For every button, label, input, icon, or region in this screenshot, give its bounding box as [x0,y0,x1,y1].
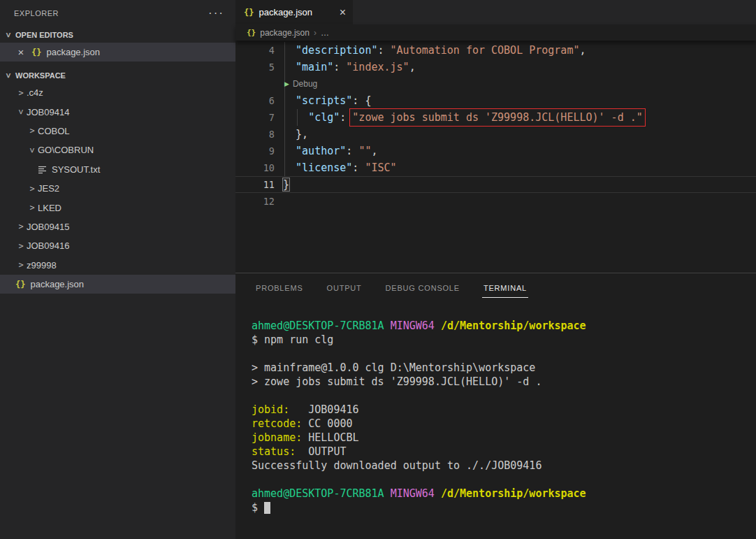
json-icon: {} [244,8,254,17]
terminal-line: status: OUTPUT [252,445,756,459]
tree-item-jes2[interactable]: >JES2 [0,179,235,198]
panel-tab-terminal[interactable]: TERMINAL [482,280,528,298]
code-line[interactable]: 12 [235,193,756,210]
panel-tab-output[interactable]: OUTPUT [326,280,363,298]
terminal-line: retcode: CC 0000 [252,417,756,431]
line-number: 11 [235,176,275,193]
json-icon: {} [31,48,41,57]
tree-item-z99998[interactable]: >z99998 [0,256,235,275]
tree-item-label: LKED [38,203,61,213]
tab-close-icon[interactable]: × [340,6,346,19]
code-token: : [352,161,365,174]
chevron-right-icon: > [15,222,27,231]
json-icon: {} [247,28,256,37]
open-editor-item-package-json[interactable]: × {} package.json [0,43,235,62]
terminal-text: /d/Mentorship/workspace [441,319,586,332]
code-line[interactable]: 10 "license": "ISC" [235,159,756,176]
close-icon[interactable]: × [15,46,27,58]
tree-item-job09416[interactable]: >JOB09416 [0,236,235,255]
more-actions-icon[interactable]: ··· [208,10,224,17]
sidebar-titlebar: EXPLORER ··· [0,0,235,27]
tree-item-lked[interactable]: >LKED [0,198,235,217]
terminal-line: $ npm run clg [252,333,756,347]
breadcrumb-file[interactable]: package.json [260,28,310,38]
tree-item-go-cobrun[interactable]: >GO\COBRUN [0,141,235,159]
code-line-content: }, [275,126,308,143]
open-editors-header[interactable]: > OPEN EDITORS [0,27,235,43]
file-icon [38,165,47,174]
terminal-text: $ [252,501,264,514]
chevron-down-icon: > [27,145,37,156]
debug-codelens[interactable]: ▶Debug [275,76,317,92]
chevron-right-icon: > [15,88,27,98]
chevron-right-icon: > [15,260,27,270]
code-line[interactable]: 7 "clg": "zowe jobs submit ds 'Z99998.JC… [235,109,756,126]
tree-item-sysout-txt[interactable]: SYSOUT.txt [0,160,235,179]
tree-item--c4z[interactable]: >.c4z [0,83,235,102]
code-token: : [333,61,346,73]
tree-item-label: COBOL [38,126,70,136]
workspace-header[interactable]: > WORKSPACE [0,67,235,83]
debug-codelens-line: ▶Debug [235,76,756,92]
terminal-text: ahmed@DESKTOP-7CRB81A [252,487,384,500]
code-token [283,44,296,57]
code-line-content: "main": "index.js", [275,59,416,76]
chevron-right-icon: > [27,184,38,194]
terminal-line [252,347,756,361]
editor-code[interactable]: 4 "description": "Automation for COBOL P… [235,41,756,273]
codelens-label: Debug [293,76,317,92]
terminal-text [384,487,391,500]
terminal-text: MINGW64 [391,319,435,332]
sidebar-title: EXPLORER [14,9,59,17]
tree-item-label: SYSOUT.txt [52,164,100,175]
open-editors-label: OPEN EDITORS [15,31,73,39]
terminal-text: MINGW64 [391,487,435,500]
breadcrumb-more[interactable]: … [321,28,329,38]
code-line[interactable]: 8 }, [235,126,756,143]
tree-item-label: JOB09416 [27,240,69,251]
terminal-text: HELLOCBL [302,431,358,444]
code-line[interactable]: 11} [235,176,756,193]
code-line[interactable]: 9 "author": "", [235,143,756,159]
terminal-text: ahmed@DESKTOP-7CRB81A [252,319,384,332]
code-token [283,161,296,174]
terminal-text [435,319,441,332]
code-line-content: "clg": "zowe jobs submit ds 'Z99998.JCL(… [275,109,643,126]
code-line-content: "scripts": { [275,92,371,109]
terminal-text: > zowe jobs submit ds 'Z99998.JCL(HELLO)… [252,375,541,388]
tree-item-package-json[interactable]: {}package.json [0,275,235,294]
editor-tab-package-json[interactable]: {} package.json × [235,0,353,24]
terminal-text [384,319,391,332]
tree-item-label: package.json [30,279,84,289]
code-line[interactable]: 6 "scripts": { [235,92,756,109]
code-token: "scripts" [296,94,352,107]
panel-tab-debug-console[interactable]: DEBUG CONSOLE [384,280,461,298]
terminal-text: > mainframe@1.0.0 clg D:\Mentorship\work… [252,361,535,374]
tree-item-label: z99998 [27,260,57,271]
tab-label: package.json [259,7,312,17]
tree-item-job09414[interactable]: >JOB09414 [0,102,235,121]
code-token: "ISC" [365,161,396,174]
code-token: : [377,44,390,57]
spacer [0,62,235,67]
line-number: 5 [235,59,275,76]
play-icon: ▶ [284,76,289,92]
tree-item-job09415[interactable]: >JOB09415 [0,217,235,236]
code-token: "author" [296,145,346,157]
json-icon: {} [15,280,25,289]
tree-item-label: JOB09415 [27,222,69,232]
code-token: "description" [296,44,377,57]
terminal-line: jobid: JOB09416 [252,403,756,417]
code-line[interactable]: 4 "description": "Automation for COBOL P… [235,42,756,59]
line-number: 9 [235,143,275,159]
tree-item-label: .c4z [27,87,43,98]
terminal-text: retcode: [252,417,302,430]
terminal[interactable]: ahmed@DESKTOP-7CRB81A MINGW64 /d/Mentors… [235,304,756,539]
tree-item-cobol[interactable]: >COBOL [0,122,235,141]
code-line[interactable]: 5 "main": "index.js", [235,59,756,76]
code-token: "main" [296,61,333,73]
code-token: , [409,61,416,73]
vscode-window: EXPLORER ··· > OPEN EDITORS × {} package… [0,0,756,539]
code-token: "clg" [308,111,340,124]
panel-tab-problems[interactable]: PROBLEMS [254,280,305,298]
